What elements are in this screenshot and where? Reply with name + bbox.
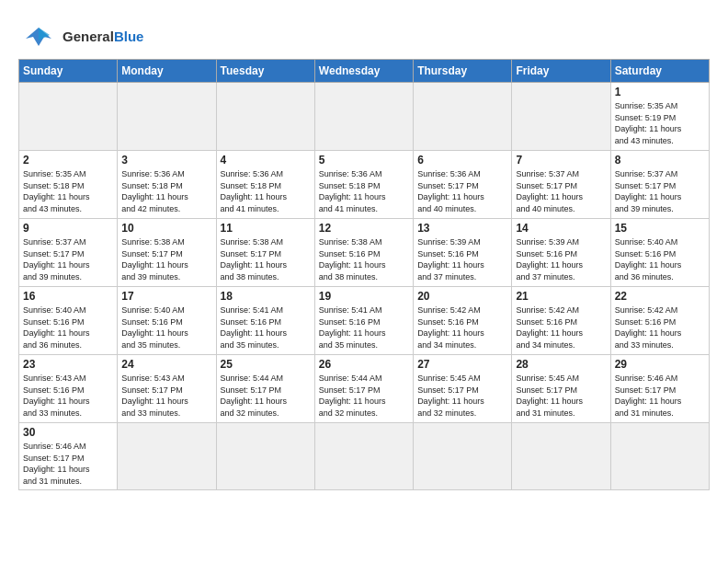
week-row-6: 30Sunrise: 5:46 AMSunset: 5:17 PMDayligh…	[19, 423, 710, 490]
week-row-2: 2Sunrise: 5:35 AMSunset: 5:18 PMDaylight…	[19, 151, 710, 219]
day-number: 25	[221, 358, 311, 371]
day-info: Sunrise: 5:36 AMSunset: 5:18 PMDaylight:…	[319, 168, 409, 214]
day-info: Sunrise: 5:35 AMSunset: 5:18 PMDaylight:…	[23, 168, 113, 214]
calendar-cell: 18Sunrise: 5:41 AMSunset: 5:16 PMDayligh…	[216, 287, 314, 355]
day-info: Sunrise: 5:42 AMSunset: 5:16 PMDaylight:…	[615, 304, 705, 350]
day-number: 13	[417, 222, 507, 235]
day-number: 1	[615, 86, 705, 98]
day-info: Sunrise: 5:40 AMSunset: 5:16 PMDaylight:…	[121, 304, 211, 350]
day-info: Sunrise: 5:40 AMSunset: 5:16 PMDaylight:…	[23, 304, 113, 350]
weekday-header-monday: Monday	[118, 60, 216, 83]
calendar-cell: 26Sunrise: 5:44 AMSunset: 5:17 PMDayligh…	[314, 355, 413, 423]
day-info: Sunrise: 5:41 AMSunset: 5:16 PMDaylight:…	[221, 304, 311, 350]
calendar-cell	[610, 423, 709, 490]
calendar-cell: 10Sunrise: 5:38 AMSunset: 5:17 PMDayligh…	[118, 219, 216, 287]
day-info: Sunrise: 5:38 AMSunset: 5:16 PMDaylight:…	[319, 236, 409, 282]
day-number: 26	[319, 358, 409, 371]
day-info: Sunrise: 5:45 AMSunset: 5:17 PMDaylight:…	[516, 373, 606, 419]
calendar-cell: 27Sunrise: 5:45 AMSunset: 5:17 PMDayligh…	[414, 355, 512, 423]
calendar-cell: 5Sunrise: 5:36 AMSunset: 5:18 PMDaylight…	[314, 151, 413, 219]
week-row-5: 23Sunrise: 5:43 AMSunset: 5:16 PMDayligh…	[19, 355, 710, 423]
logo-icon	[18, 20, 59, 53]
day-number: 14	[516, 222, 606, 235]
week-row-4: 16Sunrise: 5:40 AMSunset: 5:16 PMDayligh…	[19, 287, 710, 355]
day-info: Sunrise: 5:37 AMSunset: 5:17 PMDaylight:…	[23, 236, 113, 282]
calendar-cell: 24Sunrise: 5:43 AMSunset: 5:17 PMDayligh…	[118, 355, 216, 423]
day-info: Sunrise: 5:39 AMSunset: 5:16 PMDaylight:…	[417, 236, 507, 282]
day-number: 20	[417, 290, 507, 303]
calendar-cell	[414, 423, 512, 490]
day-info: Sunrise: 5:36 AMSunset: 5:17 PMDaylight:…	[417, 168, 507, 214]
day-number: 11	[221, 222, 311, 235]
day-number: 4	[221, 154, 311, 167]
weekday-header-saturday: Saturday	[610, 60, 709, 83]
calendar-cell: 16Sunrise: 5:40 AMSunset: 5:16 PMDayligh…	[19, 287, 118, 355]
day-info: Sunrise: 5:36 AMSunset: 5:18 PMDaylight:…	[121, 168, 211, 214]
day-number: 18	[221, 290, 311, 303]
day-info: Sunrise: 5:44 AMSunset: 5:17 PMDaylight:…	[221, 373, 311, 419]
day-number: 23	[23, 358, 113, 371]
calendar-cell	[216, 83, 314, 151]
day-info: Sunrise: 5:38 AMSunset: 5:17 PMDaylight:…	[221, 236, 311, 282]
day-info: Sunrise: 5:46 AMSunset: 5:17 PMDaylight:…	[615, 373, 705, 419]
day-info: Sunrise: 5:42 AMSunset: 5:16 PMDaylight:…	[516, 304, 606, 350]
calendar-cell: 6Sunrise: 5:36 AMSunset: 5:17 PMDaylight…	[414, 151, 512, 219]
calendar-cell	[19, 83, 118, 151]
calendar-cell: 4Sunrise: 5:36 AMSunset: 5:18 PMDaylight…	[216, 151, 314, 219]
calendar-cell: 17Sunrise: 5:40 AMSunset: 5:16 PMDayligh…	[118, 287, 216, 355]
weekday-header-thursday: Thursday	[414, 60, 512, 83]
day-number: 15	[615, 222, 705, 235]
calendar-cell: 13Sunrise: 5:39 AMSunset: 5:16 PMDayligh…	[414, 219, 512, 287]
calendar-cell: 29Sunrise: 5:46 AMSunset: 5:17 PMDayligh…	[610, 355, 709, 423]
day-info: Sunrise: 5:37 AMSunset: 5:17 PMDaylight:…	[615, 168, 705, 214]
week-row-1: 1Sunrise: 5:35 AMSunset: 5:19 PMDaylight…	[19, 83, 710, 151]
calendar-cell: 23Sunrise: 5:43 AMSunset: 5:16 PMDayligh…	[19, 355, 118, 423]
day-info: Sunrise: 5:46 AMSunset: 5:17 PMDaylight:…	[23, 441, 113, 487]
calendar-cell	[118, 423, 216, 490]
header: GeneralBlue	[18, 17, 710, 53]
calendar-cell: 21Sunrise: 5:42 AMSunset: 5:16 PMDayligh…	[512, 287, 610, 355]
calendar-cell: 1Sunrise: 5:35 AMSunset: 5:19 PMDaylight…	[610, 83, 709, 151]
day-number: 3	[121, 154, 211, 167]
calendar-cell: 7Sunrise: 5:37 AMSunset: 5:17 PMDaylight…	[512, 151, 610, 219]
calendar-cell: 3Sunrise: 5:36 AMSunset: 5:18 PMDaylight…	[118, 151, 216, 219]
calendar-cell	[314, 83, 413, 151]
calendar-cell	[118, 83, 216, 151]
calendar-cell	[512, 83, 610, 151]
weekday-header-tuesday: Tuesday	[216, 60, 314, 83]
day-info: Sunrise: 5:43 AMSunset: 5:17 PMDaylight:…	[121, 373, 211, 419]
day-info: Sunrise: 5:40 AMSunset: 5:16 PMDaylight:…	[615, 236, 705, 282]
calendar-cell: 28Sunrise: 5:45 AMSunset: 5:17 PMDayligh…	[512, 355, 610, 423]
day-number: 16	[23, 290, 113, 303]
day-number: 24	[121, 358, 211, 371]
day-number: 12	[319, 222, 409, 235]
calendar-cell: 14Sunrise: 5:39 AMSunset: 5:16 PMDayligh…	[512, 219, 610, 287]
calendar-cell: 2Sunrise: 5:35 AMSunset: 5:18 PMDaylight…	[19, 151, 118, 219]
weekday-header-wednesday: Wednesday	[314, 60, 413, 83]
calendar-cell: 12Sunrise: 5:38 AMSunset: 5:16 PMDayligh…	[314, 219, 413, 287]
day-number: 6	[417, 154, 507, 167]
calendar-cell: 30Sunrise: 5:46 AMSunset: 5:17 PMDayligh…	[19, 423, 118, 490]
day-number: 10	[121, 222, 211, 235]
logo: GeneralBlue	[18, 17, 143, 53]
day-info: Sunrise: 5:44 AMSunset: 5:17 PMDaylight:…	[319, 373, 409, 419]
day-info: Sunrise: 5:36 AMSunset: 5:18 PMDaylight:…	[221, 168, 311, 214]
day-number: 28	[516, 358, 606, 371]
day-number: 30	[23, 426, 113, 439]
day-info: Sunrise: 5:45 AMSunset: 5:17 PMDaylight:…	[417, 373, 507, 419]
day-number: 19	[319, 290, 409, 303]
day-info: Sunrise: 5:39 AMSunset: 5:16 PMDaylight:…	[516, 236, 606, 282]
calendar-cell	[512, 423, 610, 490]
day-number: 2	[23, 154, 113, 167]
day-number: 27	[417, 358, 507, 371]
day-info: Sunrise: 5:43 AMSunset: 5:16 PMDaylight:…	[23, 373, 113, 419]
weekday-header-sunday: Sunday	[19, 60, 118, 83]
calendar-cell	[414, 83, 512, 151]
calendar-cell: 11Sunrise: 5:38 AMSunset: 5:17 PMDayligh…	[216, 219, 314, 287]
calendar-cell: 25Sunrise: 5:44 AMSunset: 5:17 PMDayligh…	[216, 355, 314, 423]
calendar-cell: 9Sunrise: 5:37 AMSunset: 5:17 PMDaylight…	[19, 219, 118, 287]
day-number: 21	[516, 290, 606, 303]
day-info: Sunrise: 5:38 AMSunset: 5:17 PMDaylight:…	[121, 236, 211, 282]
calendar-cell: 19Sunrise: 5:41 AMSunset: 5:16 PMDayligh…	[314, 287, 413, 355]
day-number: 17	[121, 290, 211, 303]
